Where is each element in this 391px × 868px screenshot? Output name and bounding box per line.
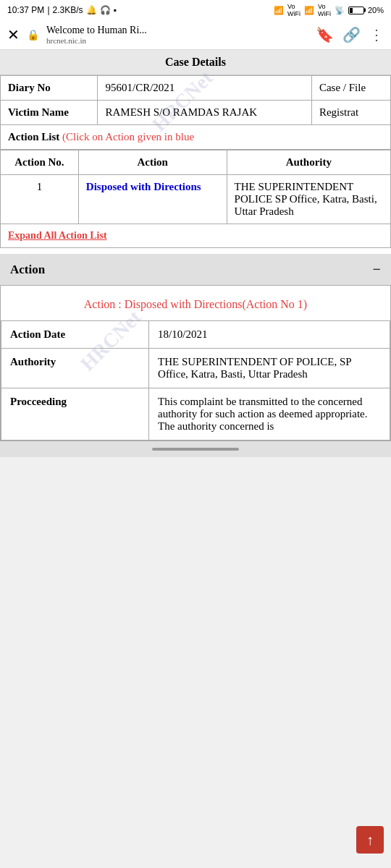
screen-icon: ▪	[114, 5, 117, 15]
authority-cell: THE SUPERINTENDENT POLICE SP Office, Kat…	[227, 175, 390, 224]
wifi-icon: 📡	[335, 6, 345, 15]
authority-label: Authority	[1, 349, 149, 388]
menu-icon[interactable]: ⋮	[369, 26, 384, 43]
signal-icon: 📶	[274, 6, 284, 15]
headphone-icon: 🎧	[100, 5, 111, 15]
col-authority: Authority	[227, 150, 390, 175]
action-title: Action : Disposed with Directions(Action…	[1, 286, 390, 320]
battery-percent: 20%	[368, 6, 384, 14]
notification-icon: 🔔	[86, 5, 97, 15]
status-right: 📶 VoWiFi 📶 VoWiFi 📡 20%	[274, 3, 384, 17]
proceeding-row: Procceeding This complaint be transmitte…	[1, 388, 390, 441]
action-section-title: Action	[10, 263, 45, 277]
authority-row: Authority THE SUPERINTENDENT OF POLICE, …	[1, 349, 390, 388]
action-list-header: Action List (Click on Action given in bl…	[0, 125, 391, 150]
victim-value: RAMESH S/O RAMDAS RAJAK	[98, 101, 311, 125]
page-url: hrcnet.nic.in	[46, 36, 308, 45]
case-details-header: Case Details	[0, 50, 391, 75]
battery-indicator	[348, 7, 364, 14]
scroll-top-button[interactable]: ↑	[356, 826, 384, 854]
signal-icon-2: 📶	[304, 6, 314, 15]
case-info-table: Diary No 95601/CR/2021 Case / File Victi…	[0, 75, 391, 125]
victim-label: Victim Name	[1, 101, 98, 125]
action-list-table: Action No. Action Authority 1 Disposed w…	[0, 150, 391, 224]
lock-icon: 🔒	[27, 29, 39, 41]
proceeding-value: This complaint be transmitted to the con…	[149, 388, 390, 441]
action-list-row: 1 Disposed with Directions THE SUPERINTE…	[1, 175, 391, 224]
bookmark-icon[interactable]: 🔖	[316, 26, 334, 43]
network-speed: 2.3KB/s	[53, 5, 83, 15]
action-cell[interactable]: Disposed with Directions	[78, 175, 227, 224]
diary-label: Diary No	[1, 76, 98, 101]
nav-bottom-bar	[0, 441, 391, 457]
proceeding-label: Procceeding	[1, 388, 149, 441]
action-date-row: Action Date 18/10/2021	[1, 321, 390, 349]
status-left: 10:37 PM | 2.3KB/s 🔔 🎧 ▪	[7, 5, 117, 15]
url-info: Welcome to Human Ri... hrcnet.nic.in	[46, 25, 308, 45]
speed-display: |	[47, 5, 49, 15]
col-action-no: Action No.	[1, 150, 79, 175]
case-file-label: Case / File	[311, 76, 390, 101]
main-content: Case Details HRCNet Diary No 95601/CR/20…	[0, 50, 391, 441]
action-date-value: 18/10/2021	[149, 321, 390, 349]
action-section: Action − HRCNet Action : Disposed with D…	[0, 254, 391, 441]
time-display: 10:37 PM	[7, 5, 44, 15]
nav-indicator	[152, 448, 239, 451]
page-title: Welcome to Human Ri...	[46, 25, 308, 36]
action-date-label: Action Date	[1, 321, 149, 349]
action-list-sub: (Click on Action given in blue	[62, 131, 194, 142]
action-watermark-container: HRCNet Action : Disposed with Directions…	[1, 286, 390, 441]
action-table-header: Action No. Action Authority	[1, 150, 391, 175]
action-detail-box: HRCNet Action : Disposed with Directions…	[0, 285, 391, 441]
action-no-cell: 1	[1, 175, 79, 224]
wifi-label-2: VoWiFi	[318, 3, 331, 17]
authority-value: THE SUPERINTENDENT OF POLICE, SP Office,…	[149, 349, 390, 388]
close-button[interactable]: ✕	[7, 26, 20, 43]
collapse-icon[interactable]: −	[373, 261, 381, 278]
wifi-label: VoWiFi	[287, 3, 300, 17]
col-action: Action	[78, 150, 227, 175]
action-section-header: Action −	[0, 254, 391, 285]
battery-fill	[350, 8, 353, 13]
share-icon[interactable]: 🔗	[342, 26, 361, 43]
action-detail-table: Action Date 18/10/2021 Authority THE SUP…	[1, 320, 390, 441]
diary-row: Diary No 95601/CR/2021 Case / File	[1, 76, 391, 101]
case-info-section: HRCNet Diary No 95601/CR/2021 Case / Fil…	[0, 75, 391, 248]
status-bar: 10:37 PM | 2.3KB/s 🔔 🎧 ▪ 📶 VoWiFi 📶 VoWi…	[0, 0, 391, 20]
browser-bar: ✕ 🔒 Welcome to Human Ri... hrcnet.nic.in…	[0, 20, 391, 50]
victim-row: Victim Name RAMESH S/O RAMDAS RAJAK Regi…	[1, 101, 391, 125]
action-list-main: Action List	[8, 131, 62, 142]
expand-all-link[interactable]: Expand All Action List	[0, 224, 391, 248]
diary-value: 95601/CR/2021	[98, 76, 311, 101]
registration-label: Registrat	[311, 101, 390, 125]
browser-actions: 🔖 🔗 ⋮	[316, 26, 384, 43]
